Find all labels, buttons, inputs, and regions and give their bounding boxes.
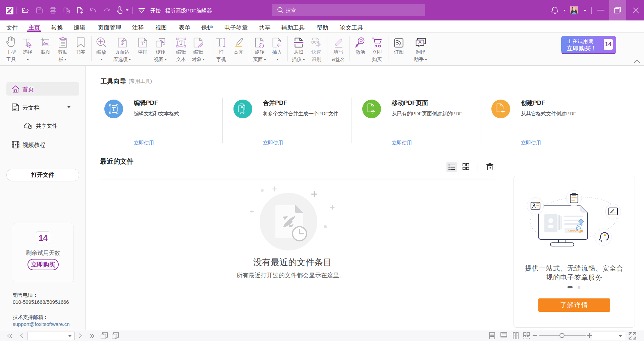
svg-text:OCR: OCR (311, 40, 319, 44)
svg-text:Foxit eSign: Foxit eSign (567, 229, 583, 233)
